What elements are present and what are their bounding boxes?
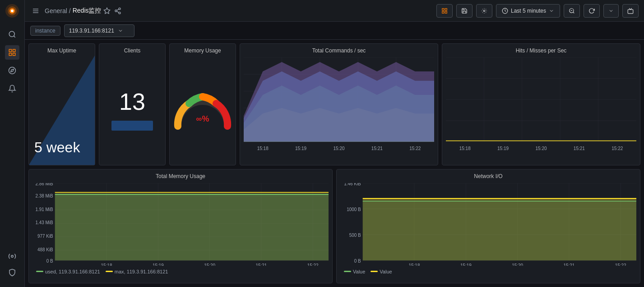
total-memory-chart: 0 B 488 KiB 977 KiB 1.43 MiB 1.91 MiB 2.… [29, 181, 332, 282]
instance-filter-label: instance [30, 26, 60, 36]
svg-text:15:19: 15:19 [497, 146, 509, 151]
svg-point-12 [11, 255, 14, 258]
svg-text:15:19: 15:19 [295, 146, 306, 151]
svg-point-19 [119, 12, 120, 14]
topbar-actions: Last 5 minutes [436, 4, 639, 18]
memory-max-legend: max, 119.3.91.166:8121 [106, 269, 168, 274]
commands-svg: 15:18 15:19 15:20 15:21 15:22 0 0.500 1 … [244, 57, 434, 160]
save-dashboard-button[interactable] [456, 4, 473, 18]
sidebar-item-dashboards[interactable] [5, 45, 19, 60]
total-commands-chart: 15:18 15:19 15:20 15:21 15:22 0 0.500 1 … [240, 56, 438, 164]
breadcrumb-parent[interactable]: General [45, 7, 67, 14]
filter-row: instance 119.3.91.166:8121 [25, 22, 644, 40]
breadcrumb: General / Redis监控 [45, 7, 121, 15]
bottom-row: Total Memory Usage [28, 169, 640, 283]
dashboard-main: Max Uptime 5 week Clients 13 Memory Us [25, 40, 644, 287]
refresh-button[interactable] [584, 4, 600, 18]
grafana-logo[interactable] [5, 4, 19, 18]
time-range-label: Last 5 minutes [511, 8, 546, 14]
star-icon[interactable] [103, 7, 111, 14]
svg-text:15:22: 15:22 [409, 146, 421, 151]
svg-rect-22 [442, 8, 444, 10]
svg-text:15:21: 15:21 [563, 263, 575, 266]
settings-button[interactable] [476, 4, 492, 18]
sidebar-item-config[interactable] [5, 249, 19, 263]
total-commands-panel: Total Commands / sec [240, 43, 438, 165]
svg-marker-92 [55, 194, 329, 260]
clock-icon [502, 8, 508, 14]
add-panel-button[interactable] [436, 4, 453, 18]
uptime-value: 5 week [34, 139, 80, 156]
hits-svg: 15:18 15:19 15:20 15:21 15:22 0 0.250 0.… [446, 57, 636, 160]
sidebar-item-explore[interactable] [5, 63, 19, 78]
network-legend: Value Value [340, 267, 636, 276]
zoom-out-button[interactable] [564, 4, 580, 18]
svg-line-29 [573, 12, 575, 13]
svg-rect-23 [445, 8, 447, 10]
svg-text:15:21: 15:21 [371, 146, 383, 151]
svg-rect-24 [445, 11, 447, 13]
sidebar-toggle[interactable] [30, 5, 41, 16]
network-color1 [344, 271, 351, 272]
svg-text:15:20: 15:20 [204, 263, 215, 266]
max-uptime-title: Max Uptime [47, 44, 76, 56]
svg-rect-6 [9, 49, 11, 52]
svg-text:500 B: 500 B [349, 232, 361, 238]
svg-text:1000 B: 1000 B [347, 206, 361, 212]
svg-rect-25 [442, 11, 444, 13]
settings-icon [481, 8, 487, 14]
time-range-button[interactable]: Last 5 minutes [496, 4, 560, 18]
svg-text:1.46 KiB: 1.46 KiB [344, 183, 361, 186]
svg-text:15:21: 15:21 [574, 146, 585, 151]
tv-mode-button[interactable] [622, 4, 639, 18]
memory-used-legend: used, 119.3.91.166:8121 [36, 269, 100, 274]
svg-line-5 [14, 36, 15, 37]
sidebar-item-alerting[interactable] [5, 81, 19, 96]
svg-point-18 [115, 10, 117, 12]
svg-text:15:18: 15:18 [459, 146, 471, 151]
clients-value: 13 [119, 90, 145, 113]
top-row: Max Uptime 5 week Clients 13 Memory Us [28, 43, 640, 165]
svg-rect-9 [9, 53, 11, 56]
svg-text:15:20: 15:20 [333, 146, 344, 151]
svg-text:15:18: 15:18 [101, 263, 112, 266]
svg-text:15:20: 15:20 [512, 263, 523, 266]
clients-title: Clients [124, 44, 141, 56]
breadcrumb-current: Redis监控 [73, 7, 102, 15]
svg-rect-31 [628, 9, 633, 14]
clients-bar [111, 121, 153, 131]
svg-point-17 [119, 8, 120, 9]
network-value1-legend: Value [344, 269, 365, 274]
svg-text:977 KiB: 977 KiB [37, 233, 53, 239]
total-commands-title: Total Commands / sec [240, 44, 438, 56]
svg-marker-11 [11, 69, 14, 72]
sidebar-item-admin[interactable] [5, 265, 19, 280]
network-io-panel: Network I/O [336, 169, 640, 283]
max-label: max, 119.3.91.166:8121 [115, 269, 168, 274]
svg-text:15:18: 15:18 [409, 263, 420, 266]
total-memory-title: Total Memory Usage [29, 169, 332, 181]
share-icon[interactable] [114, 7, 121, 14]
svg-text:∞%: ∞% [196, 114, 209, 123]
used-label: used, 119.3.91.166:8121 [45, 269, 100, 274]
svg-point-10 [9, 67, 16, 74]
save-icon [461, 8, 468, 14]
stats-column: Max Uptime 5 week Clients 13 Memory Us [28, 43, 236, 165]
svg-point-26 [483, 10, 485, 12]
memory-svg: 0 B 488 KiB 977 KiB 1.43 MiB 1.91 MiB 2.… [32, 183, 329, 266]
network-label2: Value [380, 269, 392, 274]
svg-text:2.86 MiB: 2.86 MiB [36, 183, 53, 186]
instance-filter-select[interactable]: 119.3.91.166:8121 [64, 24, 134, 37]
svg-text:0 B: 0 B [354, 258, 361, 263]
chevron-down-time-button[interactable] [603, 4, 619, 18]
sidebar-item-search[interactable] [5, 27, 19, 42]
breadcrumb-separator: / [69, 7, 71, 14]
svg-marker-115 [363, 201, 636, 260]
memory-title: Memory Usage [184, 44, 221, 56]
network-io-title: Network I/O [337, 169, 640, 181]
svg-text:0 B: 0 B [46, 258, 53, 263]
svg-text:488 KiB: 488 KiB [37, 246, 53, 252]
dropdown-icon [608, 8, 614, 14]
max-color [106, 271, 113, 272]
svg-text:15:20: 15:20 [535, 146, 547, 151]
